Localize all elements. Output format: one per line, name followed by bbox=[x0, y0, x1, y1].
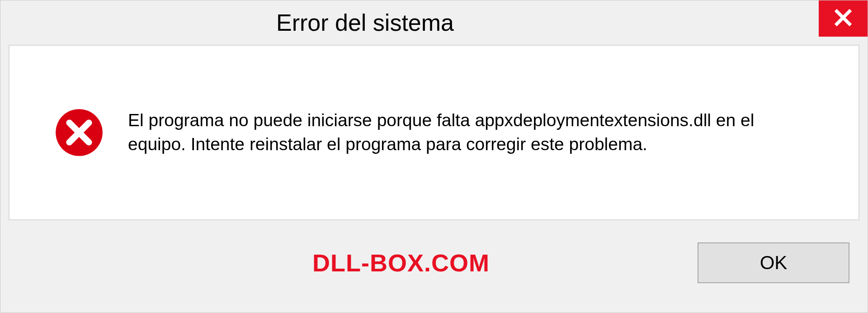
error-dialog: Error del sistema El programa no puede i… bbox=[0, 0, 868, 313]
ok-button[interactable]: OK bbox=[698, 242, 849, 283]
content-panel: El programa no puede iniciarse porque fa… bbox=[9, 45, 859, 220]
dialog-title: Error del sistema bbox=[276, 9, 454, 36]
error-message: El programa no puede iniciarse porque fa… bbox=[128, 109, 813, 156]
dialog-footer: DLL-BOX.COM OK bbox=[0, 220, 868, 305]
titlebar: Error del sistema bbox=[0, 0, 868, 45]
close-icon bbox=[834, 8, 853, 29]
error-icon bbox=[55, 108, 104, 157]
close-button[interactable] bbox=[819, 0, 868, 37]
watermark-text: DLL-BOX.COM bbox=[312, 249, 490, 277]
